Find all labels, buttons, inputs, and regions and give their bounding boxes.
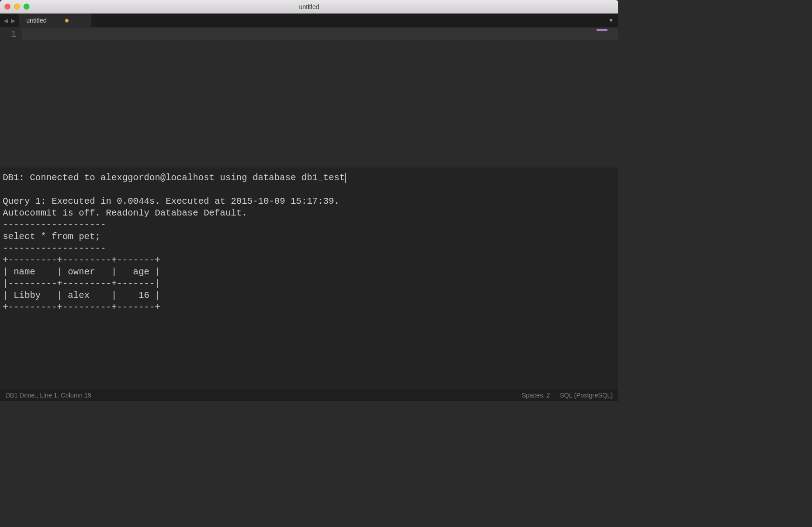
output-divider-top: ------------------- [3,220,106,230]
output-connection-line: DB1: Connected to alexggordon@localhost … [3,172,345,183]
status-syntax[interactable]: SQL (PostgreSQL) [560,392,613,399]
output-table-row: | Libby | alex | 16 | [3,290,160,301]
output-table-header: | name | owner | age | [3,267,160,277]
status-position[interactable]: DB1 Done., Line 1, Column 19 [5,392,512,399]
tab-overflow-icon[interactable]: ▼ [608,14,618,27]
tab-bar: ◀ ▶ untitled ▼ [0,14,618,27]
traffic-lights [5,4,29,10]
output-panel[interactable]: DB1: Connected to alexggordon@localhost … [0,168,618,389]
output-divider-bottom: ------------------- [3,243,106,254]
zoom-window-button[interactable] [24,4,29,10]
output-table-border-bottom: +---------+---------+-------+ [3,302,160,312]
chevron-down-icon: ▼ [608,17,614,24]
status-bar: DB1 Done., Line 1, Column 19 Spaces: 2 S… [0,389,618,401]
code-area[interactable]: select * from pet; [22,27,618,168]
tab-label: untitled [26,17,47,24]
tab-nav-arrows: ◀ ▶ [0,14,19,27]
output-table-border-top: +---------+---------+-------+ [3,255,160,265]
window-title: untitled [0,3,618,10]
output-query-sql: select * from pet; [3,231,100,242]
close-window-button[interactable] [5,4,10,10]
active-line-highlight [22,28,618,40]
minimap[interactable] [597,29,607,31]
tab-untitled[interactable]: untitled [19,14,91,27]
status-indentation[interactable]: Spaces: 2 [522,392,550,399]
output-table-separator: |---------+---------+-------| [3,278,160,289]
line-number: 1 [0,28,16,41]
nav-next-icon[interactable]: ▶ [11,17,15,24]
editor-window: untitled ◀ ▶ untitled ▼ 1 select * from … [0,0,618,401]
output-query-header-1: Query 1: Executed in 0.0044s. Executed a… [3,196,339,206]
minimize-window-button[interactable] [14,4,20,10]
output-cursor [345,173,346,183]
nav-prev-icon[interactable]: ◀ [4,17,8,24]
gutter: 1 [0,27,22,168]
output-query-header-2: Autocommit is off. Readonly Database Def… [3,208,247,218]
code-editor[interactable]: 1 select * from pet; [0,27,618,168]
titlebar[interactable]: untitled [0,0,618,14]
unsaved-indicator-icon [65,19,69,23]
